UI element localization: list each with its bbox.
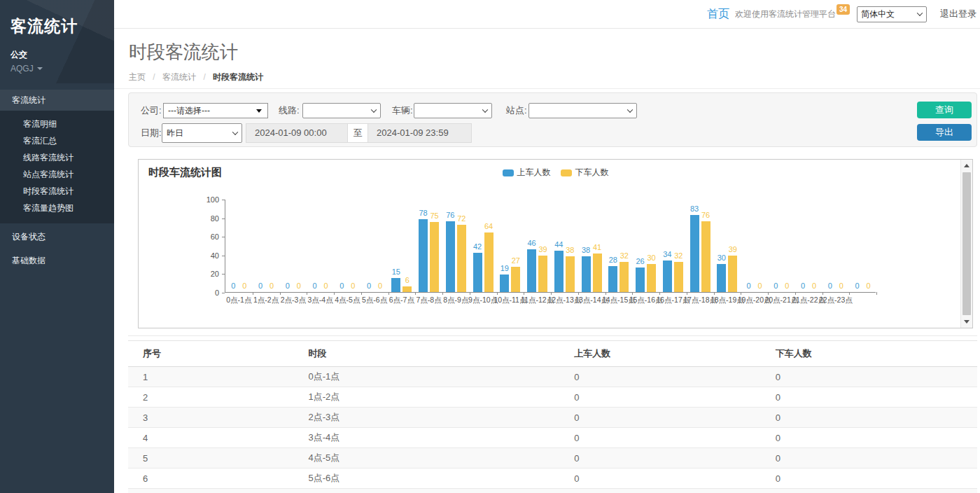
bar-value-label: 32 <box>674 251 682 260</box>
col-header-index: 序号 <box>128 341 294 367</box>
bar-value-label: 42 <box>473 242 482 251</box>
line-select-wrap <box>302 103 381 118</box>
col-header-boarding: 上车人数 <box>559 341 760 367</box>
home-link[interactable]: 首页 <box>707 7 729 22</box>
scroll-up-icon[interactable] <box>964 164 969 167</box>
time-period-table: 序号 时段 上车人数 下车人数 10点-1点0021点-2点0032点-3点00… <box>128 340 977 493</box>
table-row: 21点-2点00 <box>128 387 977 408</box>
chart-vertical-scrollbar[interactable] <box>960 160 972 328</box>
bar-series-0 <box>391 278 400 292</box>
x-axis-label: 0点-1点 <box>226 296 251 305</box>
breadcrumb-current: 时段客流统计 <box>213 72 263 82</box>
table-cell: 0 <box>559 367 760 387</box>
logout-link[interactable]: 退出登录 <box>940 8 976 20</box>
sidebar-menu: 客流统计 客流明细客流汇总线路客流统计站点客流统计时段客流统计客流量趋势图 设备… <box>0 90 114 271</box>
chart-legend: 上车人数 下车人数 <box>503 167 609 179</box>
chart-title: 时段车流统计图 <box>148 166 222 179</box>
x-axis-label: 7点-8点 <box>416 296 442 305</box>
bar-value-label: 75 <box>430 211 439 220</box>
scroll-down-icon[interactable] <box>964 320 969 324</box>
line-label: 线路: <box>279 103 300 118</box>
bar-value-label: 28 <box>609 256 617 264</box>
filter-panel: 公司: ---请选择--- 线路: 车辆: 站点: 日期: <box>128 92 977 147</box>
sidebar-subitem[interactable]: 时段客流统计 <box>0 183 114 200</box>
table-row: 65点-6点00 <box>128 468 977 489</box>
chart-panel: 时段车流统计图 上车人数 下车人数 020406080100000点-1点001… <box>138 159 973 328</box>
table-cell: 5 <box>128 448 294 468</box>
sidebar-subitem[interactable]: 客流汇总 <box>0 132 114 149</box>
col-header-alighting: 下车人数 <box>761 341 977 367</box>
bar-value-label: 83 <box>690 204 699 213</box>
scrollbar-thumb[interactable] <box>962 172 971 315</box>
x-axis-label: 8点-9点 <box>443 296 468 305</box>
bar-series-0 <box>690 215 699 292</box>
notification-badge: 34 <box>836 4 850 15</box>
table-cell: 6点-7点 <box>294 489 560 493</box>
bar-value-label: 0 <box>785 282 789 290</box>
topbar: 首页 欢迎使用客流统计管理平台 34 简体中文 退出登录 <box>114 0 980 29</box>
station-select-wrap <box>528 103 637 118</box>
language-select[interactable]: 简体中文 <box>857 6 927 22</box>
chevron-down-icon <box>37 67 43 70</box>
x-axis-tick <box>415 292 416 295</box>
bar-value-label: 34 <box>663 250 671 258</box>
line-select[interactable] <box>302 103 381 118</box>
company-select[interactable]: ---请选择--- <box>163 103 268 118</box>
vehicle-label: 车辆: <box>392 103 413 118</box>
bar-series-0 <box>717 264 726 292</box>
breadcrumb-separator: / <box>153 72 155 82</box>
table-cell: 0 <box>559 387 760 408</box>
export-button[interactable]: 导出 <box>917 124 972 141</box>
bar-value-label: 0 <box>774 282 778 290</box>
vehicle-select[interactable] <box>414 103 492 118</box>
user-dropdown[interactable]: AQGJ <box>10 64 104 74</box>
breadcrumb-home[interactable]: 主页 <box>129 72 146 82</box>
bar-value-label: 30 <box>648 254 656 262</box>
x-axis-label: 4点-5点 <box>335 296 360 305</box>
sidebar-subitem[interactable]: 客流量趋势图 <box>0 200 114 216</box>
bar-series-1 <box>484 232 493 292</box>
bar-series-0 <box>582 256 591 292</box>
date-preset-select[interactable]: 昨日 <box>162 123 242 143</box>
sidebar-item-device-status[interactable]: 设备状态 <box>0 226 114 247</box>
bar-value-label: 26 <box>636 257 645 265</box>
legend-item-boarding: 上车人数 <box>503 167 551 179</box>
sidebar: 客流统计 公交 AQGJ 客流统计 客流明细客流汇总线路客流统计站点客流统计时段… <box>0 0 114 493</box>
query-button[interactable]: 查询 <box>917 102 972 118</box>
table-cell: 0 <box>559 408 760 428</box>
bar-value-label: 0 <box>867 282 871 290</box>
bar-value-label: 27 <box>512 256 520 265</box>
bar-value-label: 15 <box>392 268 400 276</box>
bar-value-label: 0 <box>839 282 844 290</box>
date-preset-wrap: 昨日 <box>162 123 242 143</box>
breadcrumb-passenger-stats[interactable]: 客流统计 <box>162 72 196 82</box>
main-area: 首页 欢迎使用客流统计管理平台 34 简体中文 退出登录 时段客流统计 主页 /… <box>114 0 980 493</box>
bar-value-label: 76 <box>701 211 710 219</box>
legend-label-boarding: 上车人数 <box>517 167 551 179</box>
sidebar-subitem[interactable]: 客流明细 <box>0 116 114 132</box>
y-axis-tick <box>222 293 225 293</box>
table-cell: 7 <box>128 489 294 493</box>
sidebar-section-passenger-stats[interactable]: 客流统计 <box>0 90 114 111</box>
x-axis-label: 22点-23点 <box>819 296 853 305</box>
bar-value-label: 76 <box>446 211 454 219</box>
sidebar-subitem[interactable]: 线路客流统计 <box>0 149 114 166</box>
date-to-input[interactable]: 2024-01-09 23:59 <box>368 123 472 143</box>
date-from-input[interactable]: 2024-01-09 00:00 <box>246 123 348 143</box>
org-label: 公交 <box>10 49 104 61</box>
breadcrumb: 主页 / 客流统计 / 时段客流统计 <box>129 71 980 83</box>
table-cell: 15 <box>559 489 760 493</box>
table-cell: 3点-4点 <box>294 428 560 448</box>
bar-value-label: 0 <box>351 282 355 290</box>
section-divider <box>128 335 977 336</box>
table-body: 10点-1点0021点-2点0032点-3点0043点-4点0054点-5点00… <box>128 367 977 493</box>
bar-series-0 <box>500 275 509 292</box>
bar-series-0 <box>636 268 645 292</box>
bar-value-label: 0 <box>258 282 262 290</box>
station-select[interactable] <box>528 103 637 118</box>
breadcrumb-separator: / <box>203 72 205 82</box>
sidebar-item-base-data[interactable]: 基础数据 <box>0 250 114 271</box>
app-brand: 客流统计 <box>10 15 104 37</box>
sidebar-subitem[interactable]: 站点客流统计 <box>0 166 114 183</box>
bar-value-label: 41 <box>593 243 601 251</box>
